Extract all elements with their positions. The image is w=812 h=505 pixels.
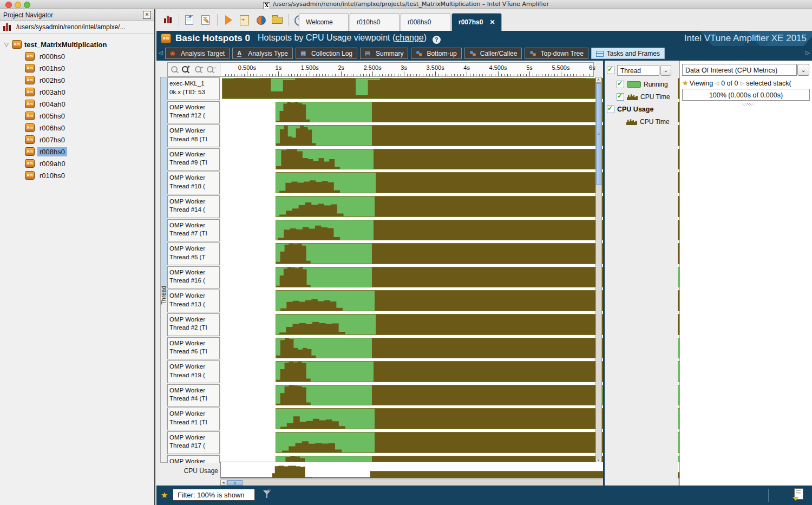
tree-item-r008hs0[interactable]: Amr008hs0 — [0, 146, 154, 158]
tab-label: r008hs0 — [408, 18, 431, 26]
project-path-row[interactable]: /users/sysadmin/renon/intel/amplxe/... — [0, 21, 154, 34]
thread-row-label[interactable]: OMP WorkerThread #14 ( — [167, 195, 220, 218]
tab-top-down-tree[interactable]: Top-down Tree — [525, 48, 588, 59]
running-checkbox[interactable] — [617, 81, 624, 88]
thread-row-label[interactable]: OMP WorkerThread #12 ( — [167, 101, 220, 124]
document-tab-welcome[interactable]: Welcome — [299, 13, 349, 31]
thread-row-label[interactable]: OMP WorkerThread #9 (TI — [167, 148, 220, 171]
thread-row-label[interactable]: exec-MKL_10k.x (TID: 53 — [167, 77, 220, 100]
prev-stack-icon[interactable]: ◁ — [715, 81, 719, 86]
tree-item-r006hs0[interactable]: Amr006hs0 — [0, 122, 154, 134]
star-icon[interactable]: ★ — [161, 490, 168, 500]
data-of-interest-combo[interactable]: Data Of Interest (CPU Metrics) ⌄ — [682, 64, 809, 76]
tab-label: Summary — [376, 50, 403, 57]
tree-item-r009ah0[interactable]: Amr009ah0 — [0, 158, 154, 169]
tab-analysis-type[interactable]: Analysis Type — [232, 48, 293, 59]
result-name: r010hs0 — [37, 171, 67, 180]
result-log-icon[interactable] — [794, 488, 803, 500]
results-chart-icon[interactable] — [161, 14, 175, 27]
compare-results-button[interactable] — [254, 14, 268, 27]
minor-tick — [442, 74, 442, 76]
tabs-scroll-right-icon[interactable]: ▷ — [806, 50, 810, 56]
thread-row-label[interactable]: OMP WorkerThread #2 (TI — [167, 313, 220, 336]
chevron-down-icon[interactable]: ⌄ — [797, 64, 809, 76]
group-by-combo[interactable]: Thread ⌄ — [617, 65, 671, 76]
document-tab-r010hs0[interactable]: r010hs0 — [350, 13, 400, 31]
resume-analysis-button[interactable] — [238, 14, 252, 27]
thread-row-label[interactable]: OMP WorkerThread #5 (T — [167, 242, 220, 265]
minor-tick — [379, 74, 379, 76]
thread-row-label[interactable]: OMP WorkerThread #18 ( — [167, 172, 220, 194]
thread-row-label[interactable]: OMP WorkerThread #6 (TI — [167, 337, 220, 360]
open-result-button[interactable] — [270, 14, 284, 27]
new-analysis-button[interactable] — [183, 14, 197, 27]
scroll-up-icon[interactable]: ∧ — [595, 77, 601, 83]
collapse-twisty-icon[interactable]: ▽ — [4, 42, 12, 48]
product-brand: Intel VTune Amplifier XE 2015 — [684, 33, 807, 44]
tree-item-r000hs0[interactable]: Amr000hs0 — [0, 50, 154, 62]
thread-row-label[interactable]: OMP WorkerThread #17 ( — [167, 431, 220, 454]
thread-row-label[interactable]: OMP WorkerThread #16 ( — [167, 266, 220, 289]
amplifier-result-icon: Am — [25, 135, 35, 144]
chevron-down-icon[interactable]: ⌄ — [660, 65, 671, 76]
tab-tasks-and-frames[interactable]: Tasks and Frames — [591, 48, 665, 59]
thread-row-label[interactable]: OMP WorkerThread #7 (TI — [167, 219, 220, 242]
tree-item-r003ah0[interactable]: Amr003ah0 — [0, 86, 154, 98]
start-analysis-button[interactable] — [221, 14, 235, 27]
main-area: ? Welcomer010hs0r008hs0r007hs0✕ Am Basic… — [156, 9, 812, 505]
minor-tick — [304, 74, 304, 76]
document-tab-r007hs0[interactable]: r007hs0✕ — [451, 13, 502, 31]
tabs-scroll-left-icon[interactable]: ◁ — [159, 50, 163, 56]
tab-bottom-up[interactable]: Bottom-up — [411, 48, 461, 59]
timeline-side-strip[interactable]: Thread — [160, 77, 167, 463]
cpu-usage-checkbox[interactable] — [607, 106, 614, 113]
minor-tick — [263, 74, 263, 76]
vertical-scrollbar[interactable]: ∧ ≡ ∨ — [595, 77, 602, 463]
tree-item-r001hs0[interactable]: Amr001hs0 — [0, 62, 154, 74]
zoom-selection-icon[interactable] — [171, 66, 178, 73]
project-tree-root[interactable]: ▽ Am test_MatrixMultiplication — [0, 38, 154, 50]
minor-tick — [272, 74, 273, 76]
next-stack-icon[interactable]: ▷ — [740, 81, 744, 86]
tree-item-r004ah0[interactable]: Amr004ah0 — [0, 98, 154, 110]
splitter-handle[interactable] — [742, 103, 754, 106]
thread-row-label[interactable]: OMP Worker — [167, 455, 220, 463]
filter-funnel-icon[interactable]: ✕ — [263, 490, 271, 499]
cpu-time-checkbox[interactable] — [617, 93, 624, 101]
document-tab-r008hs0[interactable]: r008hs0 — [401, 13, 450, 31]
thread-row-label[interactable]: OMP WorkerThread #4 (TI — [167, 384, 220, 407]
close-panel-icon[interactable]: ✕ — [143, 11, 151, 19]
tab-caller-callee[interactable]: Caller/Callee — [464, 48, 522, 59]
viewpoint-help-icon[interactable]: ? — [433, 36, 441, 44]
new-project-button[interactable] — [199, 14, 213, 27]
thread-row-label[interactable]: OMP WorkerThread #1 (TI — [167, 408, 220, 430]
top-down-tree-icon — [529, 50, 538, 57]
tree-item-r005hs0[interactable]: Amr005hs0 — [0, 110, 154, 122]
vertical-scrollbar-thumb[interactable]: ≡ — [596, 83, 601, 185]
tree-item-r007hs0[interactable]: Amr007hs0 — [0, 134, 154, 146]
cpu-usage-label: CPU Usage — [617, 106, 653, 113]
tab-summary[interactable]: Summary — [360, 48, 408, 59]
thread-row-label[interactable]: OMP WorkerThread #8 (TI — [167, 124, 220, 147]
thread-row-label[interactable]: OMP WorkerThread #19 ( — [167, 360, 220, 383]
timeline-ruler[interactable]: + − ↔ 0.500s1s1.500s2s2.500s3s3.500s4s4.… — [167, 62, 594, 77]
tree-item-r010hs0[interactable]: Amr010hs0 — [0, 169, 154, 181]
thread-checkbox[interactable] — [607, 67, 614, 74]
cpu-time-area — [276, 149, 340, 169]
horizontal-scrollbar-thumb[interactable]: ⅲ — [227, 480, 243, 486]
toolbar-separator — [217, 14, 218, 26]
scroll-left-icon[interactable]: ◂ — [220, 480, 226, 486]
minor-tick — [269, 74, 270, 76]
tab-analysis-target[interactable]: Analysis Target — [165, 48, 230, 59]
project-tree-items: Amr000hs0Amr001hs0Amr002hs0Amr003ah0Amr0… — [0, 50, 154, 181]
minor-tick — [313, 74, 313, 76]
major-tick — [341, 71, 342, 76]
stack-contribution-bar[interactable]: 100% (0.000s of 0.000s) — [682, 89, 810, 101]
minor-tick — [363, 74, 364, 76]
tab-collection-log[interactable]: Collection Log — [296, 48, 357, 59]
change-viewpoint-link[interactable]: change — [395, 33, 424, 42]
close-tab-icon[interactable]: ✕ — [489, 18, 495, 26]
filter-summary[interactable]: Filter: 100% is shown — [173, 489, 255, 501]
thread-row-label[interactable]: OMP WorkerThread #13 ( — [167, 290, 220, 312]
tree-item-r002hs0[interactable]: Amr002hs0 — [0, 74, 154, 86]
